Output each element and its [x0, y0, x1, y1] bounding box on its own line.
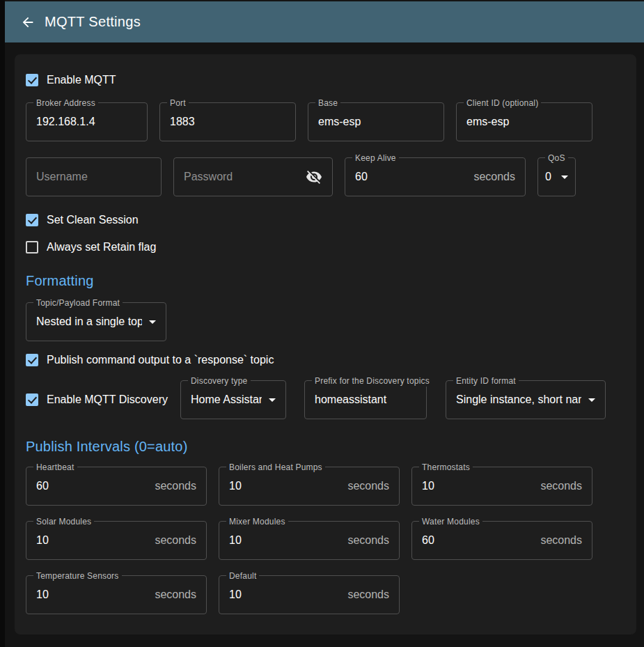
- base-label: Base: [315, 98, 340, 109]
- boilers-input[interactable]: [229, 480, 342, 492]
- enable-mqtt-row: Enable MQTT: [26, 54, 625, 86]
- client-id-label: Client ID (optional): [464, 98, 541, 109]
- entity-format-label: Entity ID format: [453, 375, 519, 387]
- heartbeat-input[interactable]: [36, 480, 149, 492]
- water-input[interactable]: [422, 534, 535, 547]
- password-input[interactable]: [184, 171, 306, 183]
- base-field[interactable]: Base: [308, 102, 444, 141]
- base-input[interactable]: [318, 116, 434, 128]
- keep-alive-label: Keep Alive: [352, 153, 399, 164]
- topic-format-select[interactable]: Topic/Payload Format Nested in a single …: [26, 302, 166, 341]
- retain-flag-row: Always set Retain flag: [26, 241, 625, 254]
- qos-value: 0: [545, 171, 558, 183]
- publish-response-label: Publish command output to a `response` t…: [47, 354, 274, 366]
- discovery-type-select[interactable]: Discovery type Home Assistant: [180, 380, 286, 419]
- clean-session-label: Set Clean Session: [47, 214, 139, 226]
- default-suffix: seconds: [347, 588, 389, 601]
- default-input[interactable]: [229, 588, 342, 601]
- solar-label: Solar Modules: [33, 516, 94, 527]
- mixer-suffix: seconds: [347, 534, 389, 547]
- clean-session-checkbox[interactable]: [26, 214, 38, 226]
- back-button[interactable]: [19, 14, 36, 31]
- port-label: Port: [167, 98, 189, 109]
- publish-response-row: Publish command output to a `response` t…: [26, 354, 625, 366]
- qos-label: QoS: [545, 153, 568, 164]
- temperature-sensors-input[interactable]: [36, 588, 149, 601]
- port-input[interactable]: [170, 116, 285, 128]
- broker-address-input[interactable]: [36, 116, 137, 128]
- toggle-password-visibility-button[interactable]: [306, 169, 322, 185]
- enable-discovery-checkbox[interactable]: [26, 393, 38, 406]
- water-field[interactable]: Water Modules seconds: [411, 521, 592, 560]
- auth-row: Keep Alive seconds QoS 0: [26, 157, 625, 196]
- heartbeat-label: Heartbeat: [33, 462, 77, 473]
- thermostats-suffix: seconds: [540, 480, 582, 492]
- mixer-field[interactable]: Mixer Modules seconds: [219, 521, 400, 560]
- qos-select[interactable]: QoS 0: [537, 157, 576, 196]
- thermostats-input[interactable]: [422, 480, 535, 492]
- entity-format-select[interactable]: Entity ID format Single instance, short …: [446, 380, 606, 419]
- solar-field[interactable]: Solar Modules seconds: [26, 521, 207, 560]
- dropdown-arrow-icon: [561, 176, 568, 179]
- thermostats-field[interactable]: Thermostats seconds: [411, 467, 592, 506]
- keep-alive-suffix: seconds: [473, 171, 515, 183]
- entity-format-value: Single instance, short name: [456, 393, 581, 406]
- temperature-sensors-suffix: seconds: [155, 588, 196, 601]
- retain-flag-label: Always set Retain flag: [47, 241, 156, 254]
- keep-alive-field[interactable]: Keep Alive seconds: [345, 157, 526, 196]
- enable-mqtt-label: Enable MQTT: [47, 74, 116, 86]
- username-field[interactable]: [26, 157, 162, 196]
- solar-suffix: seconds: [155, 534, 196, 547]
- keep-alive-input[interactable]: [355, 171, 468, 183]
- default-field[interactable]: Default seconds: [219, 575, 400, 614]
- topic-format-value: Nested in a single topic: [36, 315, 142, 328]
- boilers-label: Boilers and Heat Pumps: [226, 462, 325, 473]
- discovery-prefix-input[interactable]: [315, 393, 416, 406]
- formatting-heading: Formatting: [26, 273, 625, 289]
- dropdown-arrow-icon: [588, 398, 595, 402]
- username-input[interactable]: [36, 171, 151, 183]
- intervals-grid: Heartbeat seconds Boilers and Heat Pumps…: [26, 467, 625, 614]
- heartbeat-suffix: seconds: [155, 480, 196, 492]
- broker-address-field[interactable]: Broker Address: [26, 102, 148, 141]
- port-field[interactable]: Port: [159, 102, 296, 141]
- topic-format-label: Topic/Payload Format: [33, 297, 123, 309]
- arrow-back-icon: [20, 15, 36, 30]
- page-title: MQTT Settings: [45, 14, 141, 30]
- mixer-input[interactable]: [229, 534, 342, 547]
- client-id-field[interactable]: Client ID (optional): [456, 102, 592, 141]
- visibility-off-icon: [306, 169, 322, 185]
- broker-row: Broker Address Port Base Client ID (opti…: [26, 102, 625, 141]
- page-background: MQTT Settings Enable MQTT Broker Address…: [5, 0, 644, 647]
- enable-mqtt-checkbox[interactable]: [26, 74, 38, 86]
- default-label: Default: [226, 570, 259, 582]
- settings-card: Enable MQTT Broker Address Port Base Cli…: [15, 54, 636, 634]
- client-id-input[interactable]: [466, 116, 582, 128]
- boilers-suffix: seconds: [347, 480, 389, 492]
- discovery-prefix-field[interactable]: Prefix for the Discovery topics: [304, 380, 427, 419]
- broker-address-label: Broker Address: [33, 98, 98, 109]
- password-field[interactable]: [173, 157, 333, 196]
- enable-discovery-row: Enable MQTT Discovery: [26, 393, 180, 406]
- heartbeat-field[interactable]: Heartbeat seconds: [26, 467, 207, 506]
- thermostats-label: Thermostats: [419, 462, 473, 473]
- discovery-row: Enable MQTT Discovery Discovery type Hom…: [26, 380, 625, 419]
- water-suffix: seconds: [540, 534, 582, 547]
- dropdown-arrow-icon: [149, 320, 156, 324]
- retain-flag-checkbox[interactable]: [26, 241, 38, 254]
- water-label: Water Modules: [419, 516, 482, 527]
- publish-response-checkbox[interactable]: [26, 354, 38, 366]
- app-bar: MQTT Settings: [5, 1, 644, 42]
- temperature-sensors-label: Temperature Sensors: [33, 570, 122, 582]
- mixer-label: Mixer Modules: [226, 516, 288, 527]
- intervals-heading: Publish Intervals (0=auto): [26, 439, 625, 455]
- boilers-field[interactable]: Boilers and Heat Pumps seconds: [219, 467, 400, 506]
- clean-session-row: Set Clean Session: [26, 214, 625, 226]
- temperature-sensors-field[interactable]: Temperature Sensors seconds: [26, 575, 207, 614]
- discovery-type-label: Discovery type: [188, 375, 251, 387]
- discovery-prefix-label: Prefix for the Discovery topics: [312, 375, 432, 387]
- enable-discovery-label: Enable MQTT Discovery: [47, 393, 168, 406]
- discovery-type-value: Home Assistant: [191, 393, 262, 406]
- solar-input[interactable]: [36, 534, 149, 547]
- dropdown-arrow-icon: [269, 398, 276, 402]
